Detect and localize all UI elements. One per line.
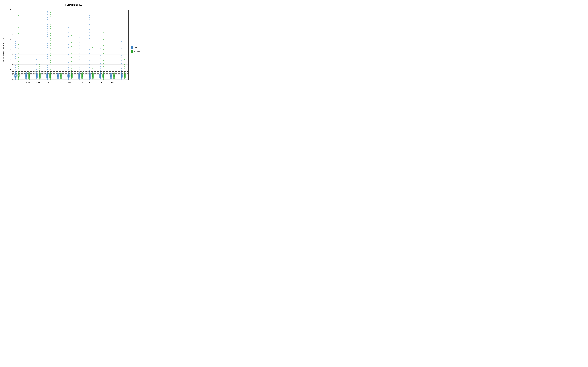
- svg-rect-249: [82, 53, 82, 54]
- svg-rect-196: [68, 36, 69, 37]
- svg-rect-271: [89, 46, 90, 46]
- svg-rect-110: [47, 24, 48, 25]
- svg-rect-343: [121, 60, 122, 61]
- svg-rect-68: [29, 35, 29, 36]
- x-label-brca: BRCA: [23, 82, 32, 83]
- svg-rect-222: [71, 68, 72, 68]
- svg-rect-88: [36, 71, 37, 72]
- svg-rect-130: [47, 67, 48, 68]
- svg-rect-235: [79, 62, 79, 62]
- y-tick-2: 2: [10, 68, 11, 70]
- svg-rect-334: [114, 69, 114, 69]
- svg-rect-48: [26, 30, 26, 30]
- svg-rect-201: [68, 54, 69, 55]
- svg-rect-213: [71, 35, 72, 36]
- svg-rect-93: [39, 59, 40, 60]
- svg-rect-327: [111, 58, 111, 58]
- svg-rect-288: [93, 68, 93, 69]
- chart-container: TMPRSS11A mRNA Expression (RNASeq V2, lo…: [1, 1, 146, 91]
- svg-rect-322: [111, 67, 111, 67]
- svg-rect-267: [89, 32, 90, 33]
- svg-rect-161: [50, 69, 51, 70]
- svg-rect-155: [50, 55, 51, 56]
- svg-rect-73: [29, 53, 29, 54]
- svg-rect-262: [89, 20, 90, 20]
- violin-chart-svg: [12, 10, 128, 80]
- svg-rect-167: [58, 32, 58, 33]
- legend-container: Tumor Normal: [129, 8, 146, 90]
- svg-rect-69: [29, 40, 29, 40]
- svg-rect-143: [50, 26, 51, 27]
- svg-rect-168: [58, 45, 58, 45]
- svg-rect-44: [18, 68, 19, 69]
- x-label-coad: COAD: [34, 82, 43, 83]
- legend-normal: Normal: [131, 50, 140, 53]
- svg-rect-261: [89, 17, 90, 18]
- chart-area: mRNA Expression (RNASeq V2, log2): [1, 8, 146, 90]
- svg-rect-124: [47, 54, 48, 55]
- svg-rect-301: [100, 68, 101, 69]
- svg-rect-326: [111, 60, 111, 61]
- svg-rect-344: [121, 63, 122, 64]
- svg-rect-285: [93, 60, 93, 60]
- y-axis-ticks: 14 12 10 8 6 4 2 0: [6, 10, 11, 80]
- svg-rect-302: [100, 70, 101, 71]
- svg-rect-299: [100, 64, 101, 64]
- x-label-prad: PRAD: [97, 82, 106, 83]
- svg-rect-268: [89, 35, 90, 36]
- svg-rect-289: [93, 71, 93, 71]
- svg-rect-114: [47, 32, 48, 33]
- legend-tumor: Tumor: [131, 46, 139, 49]
- svg-rect-103: [47, 13, 48, 13]
- svg-rect-27: [15, 70, 16, 70]
- svg-rect-311: [103, 53, 104, 54]
- svg-rect-254: [82, 68, 82, 69]
- svg-rect-42: [18, 64, 19, 65]
- svg-rect-76: [29, 61, 29, 61]
- svg-rect-187: [61, 63, 61, 63]
- svg-rect-269: [89, 38, 90, 39]
- x-label-kirc: KIRC: [66, 82, 75, 83]
- svg-rect-175: [58, 65, 58, 66]
- svg-rect-283: [93, 54, 93, 54]
- svg-rect-85: [36, 64, 37, 65]
- svg-rect-129: [47, 65, 48, 66]
- svg-rect-348: [121, 45, 122, 45]
- svg-rect-347: [121, 70, 122, 71]
- svg-rect-214: [71, 39, 72, 39]
- svg-rect-169: [58, 48, 58, 49]
- svg-rect-62: [26, 70, 26, 71]
- svg-rect-339: [121, 49, 122, 49]
- svg-rect-290: [93, 48, 93, 48]
- svg-rect-331: [114, 62, 114, 62]
- svg-rect-230: [79, 48, 79, 49]
- svg-rect-147: [50, 35, 51, 36]
- svg-rect-221: [71, 65, 72, 66]
- svg-rect-197: [68, 41, 69, 41]
- svg-rect-354: [124, 62, 125, 62]
- y-tick-14: 14: [9, 9, 11, 10]
- svg-rect-17: [15, 48, 16, 48]
- svg-rect-89: [36, 59, 37, 60]
- svg-rect-60: [26, 66, 26, 67]
- svg-rect-216: [71, 46, 72, 47]
- svg-rect-72: [29, 50, 29, 50]
- svg-rect-22: [15, 58, 16, 59]
- svg-rect-166: [58, 23, 58, 24]
- svg-rect-81: [29, 70, 29, 71]
- svg-rect-189: [61, 68, 61, 69]
- svg-rect-346: [121, 68, 122, 69]
- svg-rect-358: [124, 71, 125, 71]
- svg-rect-277: [89, 67, 90, 68]
- svg-rect-57: [26, 58, 26, 59]
- svg-rect-98: [39, 70, 40, 71]
- svg-rect-115: [47, 34, 48, 35]
- svg-rect-220: [71, 61, 72, 62]
- svg-rect-266: [89, 29, 90, 30]
- svg-rect-325: [111, 72, 111, 73]
- svg-rect-232: [79, 53, 79, 54]
- svg-rect-24: [15, 63, 16, 64]
- svg-rect-154: [50, 53, 51, 54]
- svg-rect-184: [61, 51, 61, 51]
- svg-rect-15: [15, 43, 16, 43]
